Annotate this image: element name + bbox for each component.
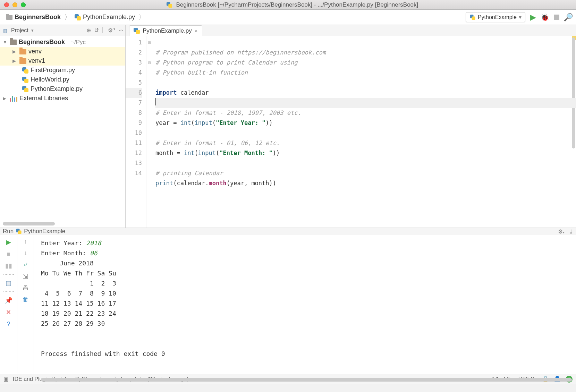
fold-gutter: ⊟⊟ bbox=[146, 36, 153, 228]
folder-icon bbox=[10, 40, 17, 45]
expand-arrow-icon[interactable]: ▶ bbox=[12, 58, 17, 63]
scroll-from-source-icon[interactable]: ⊕ bbox=[86, 27, 91, 34]
debug-button[interactable]: 🐞 bbox=[541, 13, 549, 22]
run-body: ▶ ■ ▮▮ ▤ 📌 ✕ ? ↑ ↓ ⤶ ⇲ 🖶 🗑 Enter Year: 2… bbox=[0, 235, 576, 382]
tree-external-libraries[interactable]: ▶ External Libraries bbox=[0, 94, 125, 103]
project-tab-label[interactable]: Project bbox=[11, 27, 28, 34]
pycharm-icon bbox=[167, 2, 172, 8]
stop-icon bbox=[554, 15, 559, 20]
library-icon bbox=[10, 95, 17, 102]
project-tree: ▼ BeginnersBook ~/Pyc ▶ venv ▶ venv1 Fir… bbox=[0, 36, 125, 104]
tool-window-icon[interactable]: ▣ bbox=[3, 376, 9, 382]
breadcrumb-file[interactable]: PythonExample.py bbox=[72, 12, 138, 22]
scroll-to-end-button[interactable]: ⇲ bbox=[23, 273, 28, 280]
chevron-down-icon: ▾ bbox=[519, 14, 522, 20]
title-bar: BeginnersBook [~/PycharmProjects/Beginne… bbox=[0, 0, 576, 10]
python-file-icon bbox=[75, 14, 81, 20]
python-file-icon bbox=[22, 86, 28, 92]
sidebar-scrollbar[interactable] bbox=[3, 222, 55, 225]
run-header: Run PythonExample ⚙▾ ⤓ bbox=[0, 228, 576, 235]
rerun-button[interactable]: ▶ bbox=[5, 238, 13, 246]
tree-file[interactable]: FirstProgram.py bbox=[0, 66, 125, 75]
main-area: ▥ Project▾ ⊕ ⇵ ⚙▾ ⤺ ▼ BeginnersBook ~/Py… bbox=[0, 25, 576, 228]
chevron-down-icon: ▾ bbox=[113, 27, 115, 34]
close-button[interactable]: ✕ bbox=[5, 308, 13, 316]
python-icon bbox=[470, 15, 475, 20]
folder-icon bbox=[19, 58, 26, 64]
window-title: BeginnersBook [~/PycharmProjects/Beginne… bbox=[8, 1, 576, 8]
python-file-icon bbox=[22, 67, 28, 74]
python-icon bbox=[16, 229, 22, 234]
sidebar-header: ▥ Project▾ ⊕ ⇵ ⚙▾ ⤺ bbox=[0, 25, 125, 36]
download-icon[interactable]: ⤓ bbox=[569, 228, 573, 235]
project-sidebar: ▥ Project▾ ⊕ ⇵ ⚙▾ ⤺ ▼ BeginnersBook ~/Py… bbox=[0, 25, 126, 228]
close-tab-icon[interactable]: × bbox=[195, 28, 198, 34]
expand-arrow-icon[interactable]: ▶ bbox=[3, 96, 8, 101]
down-button[interactable]: ↓ bbox=[24, 249, 27, 257]
run-action-toolbar: ▶ ■ ▮▮ ▤ 📌 ✕ ? bbox=[0, 235, 17, 382]
project-view-icon: ▥ bbox=[2, 27, 8, 34]
breadcrumb-project[interactable]: BeginnersBook bbox=[3, 12, 63, 22]
folder-icon bbox=[6, 15, 12, 20]
run-button[interactable]: ▶ bbox=[529, 13, 537, 22]
gear-icon[interactable]: ⚙▾ bbox=[558, 228, 565, 235]
sidebar-tools: ⊕ ⇵ ⚙▾ ⤺ bbox=[86, 27, 123, 34]
line-gutter: 1234567891011121314 bbox=[126, 36, 146, 228]
search-everywhere-button[interactable]: 🔍 bbox=[564, 13, 573, 22]
fold-icon[interactable]: ⊟ bbox=[146, 58, 153, 68]
editor-body[interactable]: 1234567891011121314 ⊟⊟ # Program publish… bbox=[126, 36, 576, 228]
editor-tab[interactable]: PythonExample.py × bbox=[129, 25, 202, 36]
divider bbox=[3, 291, 14, 292]
expand-arrow-icon[interactable]: ▼ bbox=[3, 40, 8, 45]
pin-button[interactable]: 📌 bbox=[5, 296, 13, 305]
editor-tabs: PythonExample.py × bbox=[126, 25, 576, 36]
chevron-down-icon: ▾ bbox=[31, 28, 34, 33]
run-label: Run bbox=[3, 228, 14, 235]
text-cursor bbox=[155, 98, 156, 105]
divider bbox=[102, 27, 104, 33]
print-button[interactable]: 🖶 bbox=[23, 284, 29, 292]
help-button[interactable]: ? bbox=[5, 320, 13, 328]
run-output-toolbar: ↑ ↓ ⤶ ⇲ 🖶 🗑 bbox=[17, 235, 34, 382]
fold-icon[interactable]: ⊟ bbox=[146, 37, 153, 48]
collapse-all-icon[interactable]: ⇵ bbox=[94, 27, 99, 34]
tree-file[interactable]: HelloWorld.py bbox=[0, 75, 125, 84]
run-header-tools: ⚙▾ ⤓ bbox=[558, 228, 573, 235]
run-tool-window: Run PythonExample ⚙▾ ⤓ ▶ ■ ▮▮ ▤ 📌 ✕ ? ↑ … bbox=[0, 228, 576, 374]
output-scrollbar[interactable] bbox=[41, 378, 572, 382]
run-config-name: PythonExample bbox=[24, 228, 65, 235]
python-file-icon bbox=[134, 28, 140, 34]
code-area[interactable]: # Program published on https://beginners… bbox=[153, 36, 576, 228]
divider bbox=[3, 274, 14, 275]
tree-folder-venv1[interactable]: ▶ venv1 bbox=[0, 56, 125, 66]
clear-button[interactable]: 🗑 bbox=[23, 296, 29, 303]
tree-file[interactable]: PythonExample.py bbox=[0, 84, 125, 94]
run-output[interactable]: Enter Year: 2018 Enter Month: 06 June 20… bbox=[34, 235, 576, 382]
layout-button[interactable]: ▤ bbox=[5, 279, 13, 287]
hide-icon[interactable]: ⤺ bbox=[119, 27, 123, 34]
pause-button[interactable]: ▮▮ bbox=[5, 262, 13, 270]
up-button[interactable]: ↑ bbox=[24, 238, 27, 245]
editor: PythonExample.py × 1234567891011121314 ⊟… bbox=[126, 25, 576, 228]
gear-icon[interactable]: ⚙ bbox=[108, 27, 113, 34]
breadcrumb: BeginnersBook 〉 PythonExample.py 〉 bbox=[3, 12, 145, 22]
run-configuration-selector[interactable]: PythonExample ▾ bbox=[466, 12, 525, 22]
expand-arrow-icon[interactable]: ▶ bbox=[12, 49, 17, 54]
tree-folder-venv[interactable]: ▶ venv bbox=[0, 47, 125, 56]
chevron-right-icon: 〉 bbox=[138, 12, 145, 22]
main-toolbar: BeginnersBook 〉 PythonExample.py 〉 Pytho… bbox=[0, 10, 576, 25]
soft-wrap-button[interactable]: ⤶ bbox=[23, 261, 28, 269]
toolbar-right: PythonExample ▾ ▶ 🐞 🔍 bbox=[466, 12, 573, 22]
folder-icon bbox=[19, 49, 26, 54]
stop-button[interactable] bbox=[552, 13, 561, 22]
chevron-right-icon: 〉 bbox=[64, 12, 71, 22]
python-file-icon bbox=[22, 77, 28, 83]
stop-button[interactable]: ■ bbox=[5, 250, 13, 258]
tree-root[interactable]: ▼ BeginnersBook ~/Pyc bbox=[0, 37, 125, 47]
